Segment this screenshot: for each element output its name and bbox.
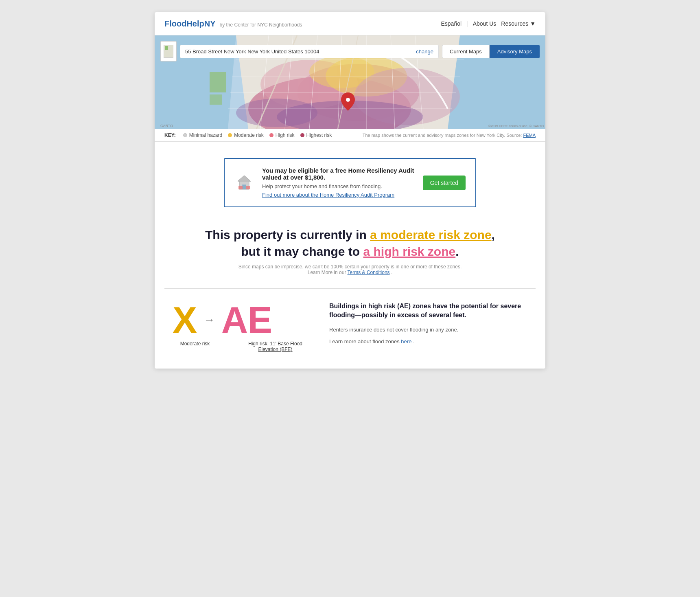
legend-item-highest: Highest risk — [300, 132, 332, 138]
zone-detail: X → AE Moderate risk High risk, 11' Base… — [164, 302, 536, 352]
label-space — [217, 341, 238, 352]
zone-announcement: This property is currently in a moderate… — [164, 227, 536, 275]
house-icon — [235, 174, 253, 192]
svg-rect-35 — [243, 185, 246, 189]
legend-label-minimal: Minimal hazard — [189, 132, 222, 138]
zone-title-period: . — [455, 245, 459, 258]
map-address-text: 55 Broad Street New York New York United… — [185, 48, 319, 55]
label-moderate[interactable]: Moderate risk — [173, 341, 217, 352]
high-zone-link[interactable]: a high risk zone — [363, 245, 455, 258]
zone-labels-row: Moderate risk High risk, 11' Base Flood … — [173, 341, 313, 352]
map-legend: KEY: Minimal hazard Moderate risk High r… — [155, 129, 545, 142]
flood-zones-link[interactable]: here — [401, 338, 411, 345]
zone-disclaimer: Since maps can be imprecise, we can't be… — [232, 264, 468, 275]
zone-title-pre: This property is currently in — [205, 228, 370, 241]
zone-info-period: . — [413, 338, 415, 345]
section-divider — [164, 288, 536, 289]
zone-letter-x: X — [173, 302, 197, 338]
zone-info-text2-pre: Learn more about flood zones — [329, 338, 401, 345]
legend-label-high: High risk — [276, 132, 295, 138]
get-started-button[interactable]: Get started — [423, 176, 466, 190]
legend-label-moderate: Moderate risk — [234, 132, 264, 138]
legend-dot-minimal — [183, 133, 187, 137]
moderate-zone-link[interactable]: a moderate risk zone — [370, 228, 491, 241]
promo-text: You may be eligible for a free Home Resi… — [262, 167, 415, 198]
nav-about[interactable]: About Us — [468, 19, 501, 29]
map-address-box: 55 Broad Street New York New York United… — [180, 45, 439, 58]
zone-title: This property is currently in a moderate… — [164, 227, 536, 260]
label-high[interactable]: High risk, 11' Base Flood Elevation (BFE… — [238, 341, 313, 352]
map-btn-group: Current Maps Advisory Maps — [442, 45, 540, 58]
header: FloodHelpNY by the Center for NYC Neighb… — [155, 12, 545, 35]
change-link[interactable]: change — [416, 48, 433, 55]
header-nav: Español | About Us Resources ▼ — [436, 19, 536, 29]
legend-left: KEY: Minimal hazard Moderate risk High r… — [164, 132, 332, 138]
legend-dot-highest — [300, 133, 304, 137]
svg-marker-34 — [238, 176, 251, 181]
legend-label-highest: Highest risk — [306, 132, 332, 138]
advisory-maps-button[interactable]: Advisory Maps — [490, 45, 540, 58]
legend-item-high: High risk — [269, 132, 295, 138]
zone-info-text2: Learn more about flood zones here . — [329, 338, 527, 346]
promo-icon — [234, 173, 254, 193]
zone-title-comma: , — [492, 228, 495, 241]
promo-link[interactable]: Find out more about the Home Resiliency … — [262, 192, 394, 198]
nav-espanol[interactable]: Español — [436, 19, 467, 29]
terms-conditions-link[interactable]: Terms & Conditions — [348, 270, 390, 275]
promo-box: You may be eligible for a free Home Resi… — [224, 158, 476, 207]
legend-source: The map shows the current and advisory m… — [363, 133, 536, 138]
mini-map-indicator — [160, 41, 177, 61]
zone-info-text1: Renters insurance does not cover floodin… — [329, 326, 527, 334]
promo-desc: Help protect your home and finances from… — [262, 183, 415, 189]
zone-info: Buildings in high risk (AE) zones have t… — [329, 302, 527, 350]
map-section: CARTO ©2015 HERE Terms of use, © CARTO 5… — [155, 35, 545, 129]
svg-rect-29 — [210, 72, 226, 92]
promo-title: You may be eligible for a free Home Resi… — [262, 167, 415, 181]
map-search-bar: 55 Broad Street New York New York United… — [160, 41, 540, 61]
current-maps-button[interactable]: Current Maps — [442, 45, 490, 58]
brand-sub: by the Center for NYC Neighborhoods — [220, 22, 302, 28]
zone-disclaimer-end: . — [391, 270, 392, 275]
zone-visual-wrapper: X → AE Moderate risk High risk, 11' Base… — [173, 302, 313, 352]
legend-dot-moderate — [228, 133, 232, 137]
svg-text:CARTO: CARTO — [160, 124, 173, 128]
zone-letters-row: X → AE — [173, 302, 313, 338]
legend-item-moderate: Moderate risk — [228, 132, 264, 138]
header-left: FloodHelpNY by the Center for NYC Neighb… — [164, 19, 302, 29]
svg-point-11 — [236, 99, 317, 127]
legend-fema-link[interactable]: FEMA — [523, 133, 536, 138]
svg-text:©2015 HERE Terms of use, © CAR: ©2015 HERE Terms of use, © CARTO — [488, 124, 544, 128]
legend-item-minimal: Minimal hazard — [183, 132, 222, 138]
zone-letter-ae: AE — [221, 302, 272, 338]
main-content: You may be eligible for a free Home Resi… — [155, 142, 545, 369]
zone-title-pre2: but it may change to — [241, 245, 363, 258]
brand-name: FloodHelpNY — [164, 19, 216, 29]
legend-source-text: The map shows the current and advisory m… — [363, 133, 523, 138]
svg-rect-30 — [210, 94, 222, 105]
svg-point-26 — [346, 98, 350, 102]
nav-resources[interactable]: Resources ▼ — [501, 20, 536, 27]
legend-key-label: KEY: — [164, 132, 176, 138]
page-container: FloodHelpNY by the Center for NYC Neighb… — [155, 12, 545, 369]
zone-info-title: Buildings in high risk (AE) zones have t… — [329, 302, 527, 320]
zone-arrow-icon: → — [203, 314, 215, 327]
legend-dot-high — [269, 133, 273, 137]
